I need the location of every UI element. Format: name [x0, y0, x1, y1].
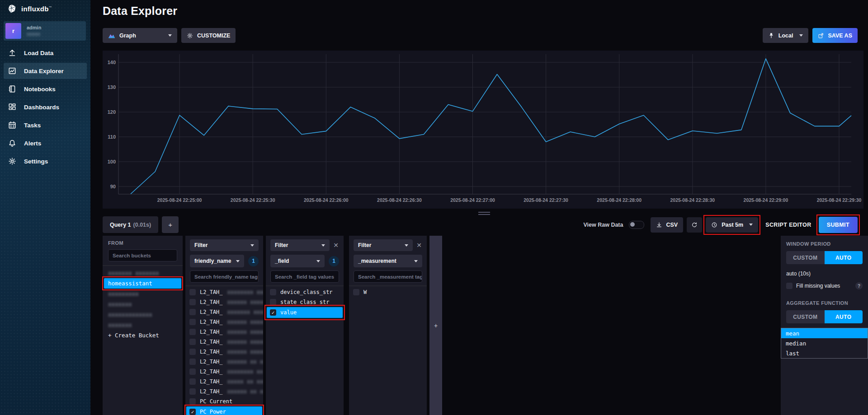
- close-icon[interactable]: ✕: [416, 242, 422, 248]
- sidebar-item-settings[interactable]: Settings: [4, 153, 87, 169]
- bucket-row[interactable]: xxxxxxx: [103, 320, 183, 330]
- save-as-button[interactable]: SAVE AS: [812, 28, 858, 43]
- checkbox[interactable]: ✓: [189, 299, 196, 305]
- graph-type-dropdown[interactable]: Graph: [103, 28, 177, 43]
- bucket-row[interactable]: xxxxxxx: [103, 299, 183, 309]
- aggregate-function-row[interactable]: last: [781, 348, 868, 358]
- checkbox[interactable]: ✓: [189, 398, 196, 405]
- script-editor-button[interactable]: SCRIPT EDITOR: [762, 217, 815, 232]
- tag-value-row[interactable]: ✓ L2_TAH_xxxxxx xxxxxxx: [185, 317, 263, 327]
- checkbox[interactable]: ✓: [189, 319, 196, 325]
- csv-button[interactable]: CSV: [651, 217, 684, 233]
- tag-value-row[interactable]: ✓ L2_TAH_xxxxxx xx xxx x: [185, 387, 263, 396]
- sidebar-nav: Load Data Data Explorer Notebooks Dashbo…: [0, 45, 90, 171]
- search-buckets-input[interactable]: Search buckets: [108, 249, 177, 261]
- svg-text:2025-08-24 22:26:30: 2025-08-24 22:26:30: [377, 197, 422, 203]
- sidebar-item-dashboards[interactable]: Dashboards: [4, 99, 87, 115]
- fill-missing-checkbox[interactable]: [786, 283, 793, 289]
- tag-value-row[interactable]: ✓ L2_TAH_xxxxxxxx xx xxx: [185, 367, 263, 377]
- view-raw-data-toggle[interactable]: [629, 221, 644, 229]
- checkbox[interactable]: ✓: [189, 289, 196, 295]
- filter-panel-measurement: Filter ✕ _measurement Search _measuremen…: [349, 236, 427, 415]
- aggregate-function-row[interactable]: median: [781, 338, 868, 348]
- user-badge[interactable]: r admin xxxxxx: [4, 21, 86, 41]
- checkbox[interactable]: ✓: [189, 339, 196, 345]
- auto-option[interactable]: AUTO: [825, 251, 863, 264]
- add-filter-column[interactable]: +: [429, 236, 442, 415]
- sidebar-item-alerts[interactable]: Alerts: [4, 135, 87, 151]
- search-tag-values-input[interactable]: Search _field tag values: [270, 270, 339, 283]
- local-dropdown[interactable]: Local: [763, 28, 808, 43]
- sidebar-item-tasks[interactable]: Tasks: [4, 117, 87, 133]
- bell-icon: [8, 139, 16, 147]
- auto-option[interactable]: AUTO: [825, 310, 863, 323]
- tag-value-row[interactable]: ✓ L2_TAH_xxxxxx xx xx: [185, 357, 263, 367]
- tag-value-list: ✓ W: [349, 287, 427, 297]
- checkbox[interactable]: ✓: [189, 359, 196, 365]
- checkbox[interactable]: ✓: [189, 309, 196, 315]
- query-builder: FROM Search buckets xxxxxxx xxxxxxx home…: [103, 236, 868, 415]
- tag-key-dropdown[interactable]: _field: [270, 255, 325, 267]
- filter-panel-friendly-name: Filter friendly_name 1 Search friendly_n…: [185, 236, 263, 415]
- close-icon[interactable]: ✕: [333, 242, 339, 248]
- tag-value-row[interactable]: ✓ L2_TAH_xxxxxx xxxxxxx: [185, 297, 263, 307]
- checkbox[interactable]: ✓: [189, 349, 196, 355]
- tag-value-row[interactable]: ✓ device_class_str: [266, 287, 344, 297]
- avatar: r: [5, 23, 21, 39]
- line-chart[interactable]: 901001101201301402025-08-24 22:25:002025…: [103, 51, 863, 209]
- svg-text:2025-08-24 22:25:30: 2025-08-24 22:25:30: [231, 197, 275, 203]
- tag-value-row[interactable]: ✓ PC Current: [185, 396, 263, 406]
- tag-key-dropdown[interactable]: friendly_name: [190, 255, 244, 267]
- search-tag-values-input[interactable]: Search friendly_name tag values: [190, 270, 259, 283]
- checkbox[interactable]: ✓: [189, 378, 196, 385]
- search-tag-values-input[interactable]: Search _measurement tag values: [354, 270, 422, 283]
- bucket-row[interactable]: + Create Bucket: [103, 330, 183, 340]
- checkbox[interactable]: ✓: [189, 409, 196, 415]
- bucket-row[interactable]: xxxxxxxxxxxxx: [103, 309, 183, 320]
- checkbox[interactable]: ✓: [270, 299, 276, 305]
- svg-text:2025-08-24 22:28:30: 2025-08-24 22:28:30: [670, 197, 715, 203]
- gear-icon: [8, 157, 16, 165]
- refresh-button[interactable]: [687, 217, 702, 233]
- bucket-row[interactable]: homeassistant: [104, 278, 181, 289]
- svg-text:2025-08-24 22:25:00: 2025-08-24 22:25:00: [157, 197, 202, 203]
- query-tab[interactable]: Query 1 (0.01s): [103, 216, 158, 233]
- tag-value-row[interactable]: ✓ L2_TAH_xxxxx xx xxx x: [185, 377, 263, 387]
- checkbox[interactable]: ✓: [270, 309, 276, 316]
- custom-option[interactable]: CUSTOM: [786, 251, 825, 264]
- tag-value-row[interactable]: ✓ value: [267, 307, 343, 318]
- checkbox[interactable]: ✓: [353, 289, 359, 295]
- filter-type-dropdown[interactable]: Filter: [270, 239, 330, 251]
- tag-value-row[interactable]: ✓ L2_TAH_xxxxxx xxxxxxx: [185, 337, 263, 347]
- bucket-row[interactable]: xxxxxxx xxxxxxx: [103, 268, 183, 278]
- tag-value-row[interactable]: ✓ PC Power: [186, 406, 262, 415]
- chevron-down-icon: [236, 260, 240, 262]
- checkbox[interactable]: ✓: [189, 368, 196, 375]
- tag-value-row[interactable]: ✓ L2_TAH_xxxxxx xxxxx: [185, 327, 263, 337]
- sidebar-item-load-data[interactable]: Load Data: [4, 45, 87, 61]
- customize-button[interactable]: CUSTOMIZE: [181, 28, 236, 43]
- view-raw-data-label: View Raw Data: [583, 222, 623, 228]
- logo[interactable]: influxdb™: [0, 0, 90, 18]
- sidebar-item-notebooks[interactable]: Notebooks: [4, 81, 87, 97]
- tag-key-dropdown[interactable]: _measurement: [354, 255, 422, 267]
- bucket-row[interactable]: xxxxxxxxx: [103, 289, 183, 299]
- checkbox[interactable]: ✓: [270, 289, 276, 295]
- resize-drag-handle[interactable]: [478, 210, 490, 215]
- help-icon[interactable]: ?: [855, 282, 863, 289]
- tag-value-row[interactable]: ✓ W: [349, 287, 427, 297]
- tag-value-row[interactable]: ✓ L2_TAH_xxxxxx xxxxxxxx: [185, 347, 263, 357]
- custom-option[interactable]: CUSTOM: [786, 310, 825, 323]
- tag-value-row[interactable]: ✓ L2_TAH_xxxxxxx xxxxxx x: [185, 307, 263, 317]
- time-range-dropdown[interactable]: Past 5m: [706, 217, 758, 233]
- aggregate-function-row[interactable]: mean: [781, 328, 868, 338]
- filter-type-dropdown[interactable]: Filter: [190, 239, 259, 251]
- sidebar-item-data-explorer[interactable]: Data Explorer: [4, 63, 87, 79]
- filter-type-dropdown[interactable]: Filter: [354, 239, 413, 251]
- submit-button[interactable]: SUBMIT: [819, 217, 858, 233]
- add-query-button[interactable]: +: [162, 216, 179, 233]
- checkbox[interactable]: ✓: [189, 388, 196, 395]
- checkbox[interactable]: ✓: [189, 329, 196, 335]
- tag-value-row[interactable]: ✓ L2_TAH_xxxxxxxx xxxxxxx: [185, 287, 263, 297]
- tag-value-row[interactable]: ✓ state_class_str: [266, 297, 344, 307]
